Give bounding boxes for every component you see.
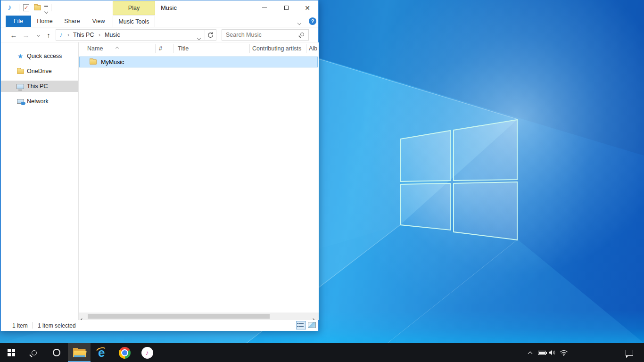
network-icon — [17, 99, 24, 104]
qat-separator — [51, 4, 51, 11]
sidebar-item-label: This PC — [27, 83, 48, 90]
column-header-number[interactable]: # — [159, 42, 162, 55]
quick-access-star-icon: ★ — [17, 53, 24, 59]
qat-separator — [19, 4, 19, 11]
details-view-icon — [298, 323, 304, 324]
items-count: 1 item — [12, 322, 28, 329]
itunes-icon: ♪ — [141, 347, 153, 359]
sidebar-item-network[interactable]: Network — [1, 96, 78, 107]
onedrive-folder-icon — [17, 69, 24, 74]
taskbar-file-explorer-button[interactable] — [68, 343, 91, 362]
close-icon: ✕ — [305, 5, 310, 11]
windows-logo-icon — [8, 349, 15, 356]
search-icon[interactable] — [300, 33, 304, 36]
tray-expand-chevron-icon[interactable] — [525, 343, 535, 362]
cortana-button[interactable] — [45, 343, 68, 362]
action-center-icon[interactable] — [622, 343, 636, 362]
horizontal-scrollbar[interactable] — [79, 313, 319, 320]
pc-monitor-icon — [17, 84, 24, 89]
sort-ascending-icon — [116, 44, 118, 51]
new-folder-icon[interactable] — [34, 5, 41, 10]
ribbon-tab-row: File Home Share View Music Tools ? — [1, 15, 318, 27]
details-view-button[interactable] — [296, 321, 306, 329]
volume-icon[interactable] — [547, 343, 557, 362]
start-button[interactable] — [0, 343, 23, 362]
taskbar-search-button[interactable] — [23, 343, 45, 362]
column-header-contributing-artists[interactable]: Contributing artists — [252, 42, 301, 55]
sidebar-item-label: OneDrive — [27, 68, 52, 74]
breadcrumb-music[interactable]: Music — [105, 32, 120, 38]
column-header-title[interactable]: Title — [178, 42, 189, 55]
refresh-icon[interactable] — [207, 32, 214, 40]
status-bar: 1 item 1 item selected — [1, 320, 318, 331]
file-explorer-icon — [73, 348, 86, 357]
properties-icon[interactable] — [23, 4, 29, 11]
sidebar-item-label: Network — [27, 98, 49, 105]
file-list-pane[interactable]: Name # Title Contributing artists Alb My… — [79, 42, 319, 313]
search-icon — [32, 350, 37, 355]
column-divider — [173, 44, 173, 53]
minimize-button[interactable] — [256, 0, 273, 15]
column-divider — [306, 44, 306, 53]
ribbon-collapse-button[interactable] — [298, 19, 305, 25]
scroll-right-icon[interactable] — [312, 315, 316, 318]
wifi-icon[interactable] — [558, 343, 570, 362]
maximize-button[interactable] — [277, 0, 295, 15]
tab-file[interactable]: File — [6, 16, 31, 27]
sidebar-item-this-pc[interactable]: This PC — [1, 81, 78, 92]
thumbnails-view-button[interactable] — [308, 322, 316, 328]
search-box — [222, 29, 309, 41]
sidebar-item-onedrive[interactable]: OneDrive — [1, 66, 78, 77]
cortana-icon — [53, 349, 60, 356]
navigation-pane: ★ Quick access OneDrive This PC Network — [1, 42, 78, 320]
column-header-album[interactable]: Alb — [309, 42, 317, 55]
scrollbar-thumb[interactable] — [88, 314, 270, 319]
status-divider — [32, 322, 33, 329]
taskbar-internet-explorer-button[interactable]: e — [91, 343, 113, 362]
forward-button[interactable]: → — [21, 29, 31, 41]
desktop-screen: ♪ Play Music ✕ File Home Share View Musi… — [0, 0, 644, 362]
title-bar: ♪ Play Music ✕ — [1, 0, 318, 15]
customize-qat-dropdown-icon[interactable] — [44, 6, 49, 15]
recent-locations-dropdown[interactable] — [33, 29, 43, 41]
explorer-window: ♪ Play Music ✕ File Home Share View Musi… — [0, 0, 319, 331]
internet-explorer-icon: e — [95, 346, 109, 360]
window-title: Music — [161, 4, 177, 11]
taskbar-itunes-button[interactable]: ♪ — [136, 343, 158, 362]
folder-icon — [90, 59, 97, 65]
tab-music-tools[interactable]: Music Tools — [113, 16, 155, 27]
search-input[interactable] — [226, 31, 294, 39]
contextual-group-play[interactable]: Play — [113, 1, 155, 15]
close-button[interactable]: ✕ — [298, 0, 316, 15]
column-divider — [155, 44, 156, 53]
minimize-icon — [262, 8, 267, 8]
column-header-name[interactable]: Name — [87, 42, 103, 55]
tab-view[interactable]: View — [88, 16, 109, 27]
address-row: ← → ↑ ♪ › This PC › Music — [1, 27, 318, 42]
tab-home[interactable]: Home — [34, 16, 56, 27]
back-button[interactable]: ← — [8, 29, 19, 41]
sidebar-item-label: Quick access — [27, 53, 62, 59]
maximize-icon — [284, 6, 289, 10]
breadcrumb-this-pc[interactable]: This PC — [73, 32, 94, 38]
tab-share[interactable]: Share — [61, 16, 83, 27]
sidebar-item-quick-access[interactable]: ★ Quick access — [1, 50, 78, 62]
scroll-left-icon[interactable] — [81, 315, 85, 318]
battery-icon[interactable] — [537, 343, 547, 362]
taskbar-chrome-button[interactable] — [113, 343, 136, 362]
breadcrumb-separator-icon: › — [99, 32, 100, 38]
breadcrumb-separator-icon: › — [67, 32, 69, 38]
selection-count: 1 item selected — [38, 322, 76, 329]
address-bar[interactable]: ♪ › This PC › Music — [56, 29, 216, 41]
address-music-note-icon: ♪ — [59, 31, 63, 38]
music-note-icon: ♪ — [8, 3, 12, 12]
up-button[interactable]: ↑ — [43, 29, 54, 41]
taskbar: e ♪ — [0, 343, 644, 362]
address-divider — [205, 30, 205, 40]
file-name: MyMusic — [101, 59, 124, 66]
file-row-mymusic[interactable]: MyMusic — [79, 57, 318, 67]
help-icon[interactable]: ? — [309, 17, 316, 25]
column-divider — [249, 44, 250, 53]
address-dropdown-icon[interactable] — [198, 34, 200, 41]
chrome-icon — [119, 347, 131, 359]
